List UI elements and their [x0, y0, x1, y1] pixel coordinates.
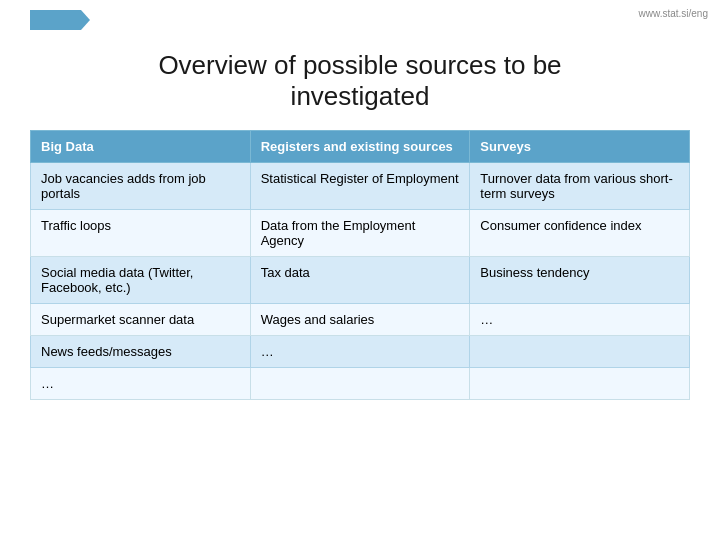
col-header-registers: Registers and existing sources — [250, 131, 470, 163]
table-cell: … — [250, 336, 470, 368]
table-cell: Tax data — [250, 257, 470, 304]
table-row: News feeds/messages… — [31, 336, 690, 368]
table-cell: Job vacancies adds from job portals — [31, 163, 251, 210]
table-cell — [250, 368, 470, 400]
table-cell: Wages and salaries — [250, 304, 470, 336]
table-row: Traffic loopsData from the Employment Ag… — [31, 210, 690, 257]
table-cell: Supermarket scanner data — [31, 304, 251, 336]
col-header-bigdata: Big Data — [31, 131, 251, 163]
table-header-row: Big Data Registers and existing sources … — [31, 131, 690, 163]
page-title: Overview of possible sources to be inves… — [30, 50, 690, 112]
table-body: Job vacancies adds from job portalsStati… — [31, 163, 690, 400]
main-content: Overview of possible sources to be inves… — [0, 30, 720, 410]
watermark-text: www.stat.si/eng — [639, 8, 708, 19]
table-cell: Consumer confidence index — [470, 210, 690, 257]
table-cell: Statistical Register of Employment — [250, 163, 470, 210]
table-cell: Social media data (Twitter, Facebook, et… — [31, 257, 251, 304]
table-cell: Business tendency — [470, 257, 690, 304]
table-row: Job vacancies adds from job portalsStati… — [31, 163, 690, 210]
col-header-surveys: Surveys — [470, 131, 690, 163]
table-cell — [470, 368, 690, 400]
table-cell: … — [470, 304, 690, 336]
logo — [30, 10, 90, 30]
table-cell: Traffic loops — [31, 210, 251, 257]
logo-shape — [30, 10, 90, 30]
table-row: Supermarket scanner dataWages and salari… — [31, 304, 690, 336]
table-row: Social media data (Twitter, Facebook, et… — [31, 257, 690, 304]
table-cell: Turnover data from various short-term su… — [470, 163, 690, 210]
sources-table: Big Data Registers and existing sources … — [30, 130, 690, 400]
table-cell: News feeds/messages — [31, 336, 251, 368]
table-cell — [470, 336, 690, 368]
table-cell: Data from the Employment Agency — [250, 210, 470, 257]
sources-table-container: Big Data Registers and existing sources … — [30, 130, 690, 400]
table-row: … — [31, 368, 690, 400]
table-cell: … — [31, 368, 251, 400]
